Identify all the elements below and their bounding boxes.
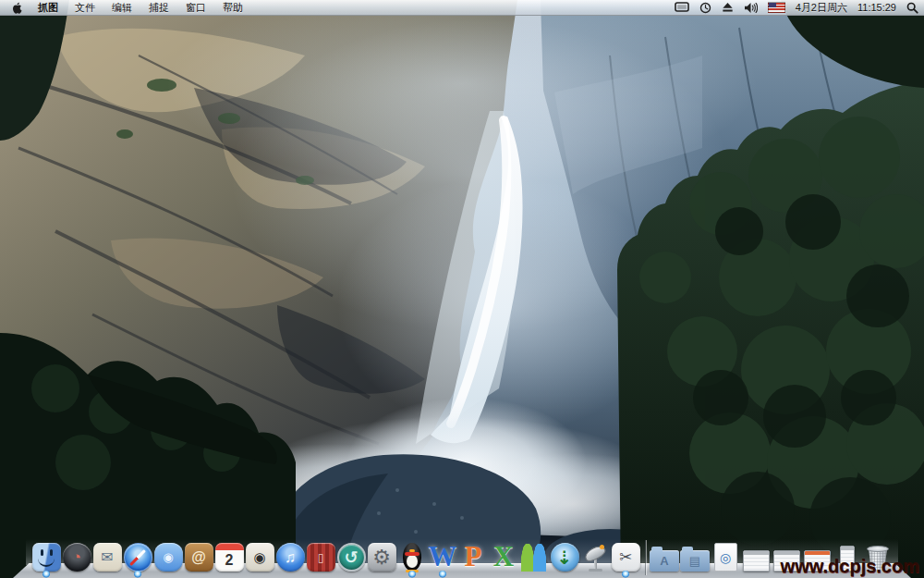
dashboard-icon: ◔ <box>63 543 91 572</box>
word-running-indicator <box>439 571 446 578</box>
address-book-icon: @ <box>185 543 213 572</box>
volume-icon[interactable] <box>744 2 758 14</box>
dock-item-grab[interactable]: ✂ <box>611 543 641 572</box>
system-preferences-icon: ⚙ <box>368 543 396 572</box>
qq-running-indicator <box>408 571 416 578</box>
time-machine-clock-icon[interactable] <box>699 2 711 14</box>
dock-item-word[interactable]: W <box>428 542 458 572</box>
dock-item-applications-folder[interactable]: A <box>650 550 680 572</box>
screenshot-file-icon: ◎ <box>714 543 737 572</box>
safari-icon <box>124 543 152 572</box>
flag-canton <box>769 3 776 7</box>
dock-item-finder[interactable] <box>31 543 62 572</box>
dock-item-screenshot-file[interactable]: ◎ <box>711 543 741 572</box>
us-flag-input-icon[interactable] <box>768 2 785 13</box>
finder-icon <box>32 543 61 572</box>
menubar-menu-5[interactable]: 窗口 <box>177 0 214 15</box>
dock-item-ichat[interactable]: ◉ <box>153 543 184 572</box>
applications-folder-icon: A <box>650 550 679 572</box>
menubar-menu-4[interactable]: 捕捉 <box>140 0 177 15</box>
spotlight-icon[interactable] <box>906 2 918 14</box>
dock-item-minimized-window-1[interactable] <box>741 550 772 572</box>
dock-item-iphoto[interactable]: ◉ <box>245 543 275 572</box>
menu-bar-status-area: 4月2日周六 11:15:29 <box>675 0 918 15</box>
menubar-menu-3[interactable]: 编辑 <box>103 0 140 15</box>
display-icon[interactable] <box>675 2 689 13</box>
download-manager-icon: ⇣ <box>551 543 579 572</box>
dock-item-photo-booth[interactable]: ▯ <box>306 543 336 572</box>
dock-item-excel[interactable]: X <box>489 542 519 572</box>
messenger-icon <box>520 544 548 572</box>
menubar-menu-2[interactable]: 文件 <box>67 0 103 15</box>
photo-booth-icon: ▯ <box>307 543 335 572</box>
menu-bar-menus: 抓图文件编辑捕捉窗口帮助 <box>30 0 251 15</box>
grab-running-indicator <box>622 571 629 578</box>
qq-icon <box>400 543 424 572</box>
dock-item-mail[interactable]: ✉ <box>92 543 123 572</box>
apps-separator <box>641 538 650 572</box>
wallpaper-image <box>0 0 924 578</box>
dock-item-system-preferences[interactable]: ⚙ <box>367 543 397 572</box>
menubar-menu-6[interactable]: 帮助 <box>214 0 251 15</box>
iphoto-icon: ◉ <box>246 543 274 572</box>
apple-menu[interactable] <box>6 0 30 15</box>
safari-running-indicator <box>134 571 141 578</box>
dock-item-powerpoint[interactable]: P <box>458 542 489 572</box>
dock-item-qq[interactable] <box>397 543 428 572</box>
watermark: www.dcpjs.com <box>781 556 919 577</box>
mail-icon: ✉ <box>93 543 122 572</box>
remote-desktop-icon <box>582 544 608 572</box>
dock-item-documents-folder[interactable]: ▤ <box>680 550 711 572</box>
menu-bar: 抓图文件编辑捕捉窗口帮助 4月2日周六 11:15:29 <box>0 0 924 16</box>
dock-item-ical[interactable]: 2 <box>214 543 245 572</box>
dock-item-remote-desktop[interactable] <box>580 544 611 572</box>
dock-item-dashboard[interactable]: ◔ <box>62 543 92 572</box>
dock-item-address-book[interactable]: @ <box>184 543 214 572</box>
dock-item-time-machine[interactable]: ↺ <box>336 543 367 572</box>
apple-logo-icon <box>12 2 23 14</box>
minimized-window-1-icon <box>743 550 770 572</box>
documents-folder-icon: ▤ <box>680 550 710 572</box>
word-icon: W <box>429 542 457 572</box>
grab-icon: ✂ <box>612 543 640 572</box>
itunes-icon: ♫ <box>276 543 305 572</box>
powerpoint-icon: P <box>465 542 482 572</box>
dock-item-safari[interactable] <box>123 543 153 572</box>
eject-icon[interactable] <box>722 2 734 13</box>
time-machine-icon: ↺ <box>337 543 366 572</box>
dock-item-itunes[interactable]: ♫ <box>275 543 306 572</box>
ichat-icon: ◉ <box>154 543 183 572</box>
dock-item-messenger[interactable] <box>519 544 550 572</box>
ical-icon: 2 <box>215 543 244 572</box>
menubar-menu-1[interactable]: 抓图 <box>30 0 67 15</box>
dock-item-download-manager[interactable]: ⇣ <box>550 543 580 572</box>
finder-running-indicator <box>43 571 50 578</box>
menu-bar-date[interactable]: 4月2日周六 <box>796 1 847 15</box>
excel-icon: X <box>493 542 514 572</box>
menu-bar-clock[interactable]: 11:15:29 <box>857 2 896 13</box>
